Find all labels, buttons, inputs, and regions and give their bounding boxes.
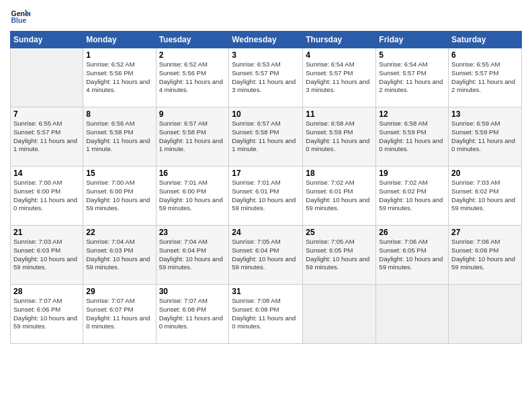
day-info: Sunrise: 6:55 AMSunset: 5:57 PMDaylight:… (13, 120, 80, 154)
calendar-cell: 24Sunrise: 7:05 AMSunset: 6:04 PMDayligh… (229, 226, 303, 285)
logo: General Blue (10, 7, 33, 27)
calendar-cell: 19Sunrise: 7:02 AMSunset: 6:02 PMDayligh… (376, 167, 449, 226)
calendar-cell: 9Sunrise: 6:57 AMSunset: 5:58 PMDaylight… (156, 107, 229, 167)
day-number: 2 (159, 50, 226, 60)
day-number: 18 (306, 169, 373, 178)
day-info: Sunrise: 7:04 AMSunset: 6:04 PMDaylight:… (159, 238, 226, 272)
calendar-cell: 15Sunrise: 7:00 AMSunset: 6:00 PMDayligh… (83, 167, 156, 226)
calendar-cell: 20Sunrise: 7:03 AMSunset: 6:02 PMDayligh… (449, 167, 522, 226)
calendar-table: SundayMondayTuesdayWednesdayThursdayFrid… (10, 31, 522, 344)
day-number: 16 (159, 169, 226, 178)
day-header-sunday: Sunday (11, 32, 83, 48)
day-info: Sunrise: 6:57 AMSunset: 5:58 PMDaylight:… (232, 120, 300, 154)
calendar-cell: 13Sunrise: 6:59 AMSunset: 5:59 PMDayligh… (449, 107, 522, 167)
calendar-cell (376, 285, 449, 344)
day-number: 24 (232, 228, 300, 237)
day-info: Sunrise: 7:00 AMSunset: 6:00 PMDaylight:… (13, 179, 80, 213)
calendar-cell: 30Sunrise: 7:07 AMSunset: 6:08 PMDayligh… (156, 285, 229, 344)
day-info: Sunrise: 7:07 AMSunset: 6:06 PMDaylight:… (13, 297, 80, 331)
day-number: 8 (86, 109, 152, 119)
calendar-cell: 11Sunrise: 6:58 AMSunset: 5:59 PMDayligh… (303, 107, 376, 167)
calendar-cell: 21Sunrise: 7:03 AMSunset: 6:03 PMDayligh… (11, 226, 83, 285)
day-number: 30 (159, 287, 226, 296)
days-header-row: SundayMondayTuesdayWednesdayThursdayFrid… (11, 32, 522, 48)
day-number: 14 (13, 169, 80, 178)
day-number: 15 (86, 169, 152, 178)
calendar-cell (11, 48, 83, 107)
calendar-cell: 4Sunrise: 6:54 AMSunset: 5:57 PMDaylight… (303, 48, 376, 107)
day-number: 1 (86, 50, 152, 60)
day-info: Sunrise: 7:03 AMSunset: 6:02 PMDaylight:… (451, 179, 519, 213)
day-header-wednesday: Wednesday (229, 32, 303, 48)
day-info: Sunrise: 7:08 AMSunset: 6:08 PMDaylight:… (232, 297, 300, 331)
svg-text:Blue: Blue (11, 16, 27, 24)
week-row-1: 1Sunrise: 6:52 AMSunset: 5:56 PMDaylight… (11, 48, 522, 107)
calendar-cell: 1Sunrise: 6:52 AMSunset: 5:56 PMDaylight… (83, 48, 156, 107)
calendar-cell: 2Sunrise: 6:52 AMSunset: 5:56 PMDaylight… (156, 48, 229, 107)
day-number: 17 (232, 169, 300, 178)
day-info: Sunrise: 7:02 AMSunset: 6:01 PMDaylight:… (306, 179, 373, 213)
day-info: Sunrise: 7:06 AMSunset: 6:05 PMDaylight:… (379, 238, 445, 272)
day-number: 3 (232, 50, 300, 60)
day-info: Sunrise: 6:59 AMSunset: 5:59 PMDaylight:… (451, 120, 519, 154)
day-info: Sunrise: 7:07 AMSunset: 6:07 PMDaylight:… (86, 297, 152, 331)
day-number: 9 (159, 109, 226, 119)
day-number: 23 (159, 228, 226, 237)
day-number: 19 (379, 169, 445, 178)
calendar-cell: 25Sunrise: 7:05 AMSunset: 6:05 PMDayligh… (303, 226, 376, 285)
day-number: 6 (451, 50, 519, 60)
day-header-tuesday: Tuesday (156, 32, 229, 48)
day-header-monday: Monday (83, 32, 156, 48)
calendar-cell (449, 285, 522, 344)
calendar-cell: 29Sunrise: 7:07 AMSunset: 6:07 PMDayligh… (83, 285, 156, 344)
day-number: 5 (379, 50, 445, 60)
day-number: 12 (379, 109, 445, 119)
week-row-5: 28Sunrise: 7:07 AMSunset: 6:06 PMDayligh… (11, 285, 522, 344)
calendar-cell: 12Sunrise: 6:58 AMSunset: 5:59 PMDayligh… (376, 107, 449, 167)
calendar-cell: 6Sunrise: 6:55 AMSunset: 5:57 PMDaylight… (449, 48, 522, 107)
week-row-4: 21Sunrise: 7:03 AMSunset: 6:03 PMDayligh… (11, 226, 522, 285)
day-info: Sunrise: 6:56 AMSunset: 5:58 PMDaylight:… (86, 120, 152, 154)
calendar-cell: 16Sunrise: 7:01 AMSunset: 6:00 PMDayligh… (156, 167, 229, 226)
day-info: Sunrise: 6:54 AMSunset: 5:57 PMDaylight:… (379, 60, 445, 95)
calendar-cell: 28Sunrise: 7:07 AMSunset: 6:06 PMDayligh… (11, 285, 83, 344)
day-info: Sunrise: 6:53 AMSunset: 5:57 PMDaylight:… (232, 60, 300, 95)
day-info: Sunrise: 7:07 AMSunset: 6:08 PMDaylight:… (159, 297, 226, 331)
day-number: 31 (232, 287, 300, 296)
day-number: 11 (306, 109, 373, 119)
day-info: Sunrise: 6:54 AMSunset: 5:57 PMDaylight:… (306, 60, 373, 95)
day-number: 20 (451, 169, 519, 178)
day-info: Sunrise: 6:55 AMSunset: 5:57 PMDaylight:… (451, 60, 519, 95)
calendar-cell (303, 285, 376, 344)
header: General Blue (10, 7, 522, 27)
calendar-cell: 7Sunrise: 6:55 AMSunset: 5:57 PMDaylight… (11, 107, 83, 167)
day-info: Sunrise: 6:58 AMSunset: 5:59 PMDaylight:… (306, 120, 373, 154)
calendar-cell: 23Sunrise: 7:04 AMSunset: 6:04 PMDayligh… (156, 226, 229, 285)
calendar-cell: 18Sunrise: 7:02 AMSunset: 6:01 PMDayligh… (303, 167, 376, 226)
day-info: Sunrise: 7:06 AMSunset: 6:06 PMDaylight:… (451, 238, 519, 272)
day-info: Sunrise: 7:05 AMSunset: 6:04 PMDaylight:… (232, 238, 300, 272)
day-header-friday: Friday (376, 32, 449, 48)
day-number: 4 (306, 50, 373, 60)
day-number: 22 (86, 228, 152, 237)
calendar-cell: 22Sunrise: 7:04 AMSunset: 6:03 PMDayligh… (83, 226, 156, 285)
day-info: Sunrise: 7:03 AMSunset: 6:03 PMDaylight:… (13, 238, 80, 272)
day-number: 29 (86, 287, 152, 296)
day-number: 26 (379, 228, 445, 237)
calendar-cell: 17Sunrise: 7:01 AMSunset: 6:01 PMDayligh… (229, 167, 303, 226)
day-number: 25 (306, 228, 373, 237)
calendar-cell: 3Sunrise: 6:53 AMSunset: 5:57 PMDaylight… (229, 48, 303, 107)
day-info: Sunrise: 7:01 AMSunset: 6:01 PMDaylight:… (232, 179, 300, 213)
day-number: 10 (232, 109, 300, 119)
calendar-cell: 31Sunrise: 7:08 AMSunset: 6:08 PMDayligh… (229, 285, 303, 344)
day-info: Sunrise: 7:05 AMSunset: 6:05 PMDaylight:… (306, 238, 373, 272)
week-row-3: 14Sunrise: 7:00 AMSunset: 6:00 PMDayligh… (11, 167, 522, 226)
day-info: Sunrise: 7:01 AMSunset: 6:00 PMDaylight:… (159, 179, 226, 213)
day-info: Sunrise: 7:00 AMSunset: 6:00 PMDaylight:… (86, 179, 152, 213)
day-info: Sunrise: 6:57 AMSunset: 5:58 PMDaylight:… (159, 120, 226, 154)
day-info: Sunrise: 6:52 AMSunset: 5:56 PMDaylight:… (159, 60, 226, 95)
day-header-thursday: Thursday (303, 32, 376, 48)
calendar-cell: 27Sunrise: 7:06 AMSunset: 6:06 PMDayligh… (449, 226, 522, 285)
week-row-2: 7Sunrise: 6:55 AMSunset: 5:57 PMDaylight… (11, 107, 522, 167)
calendar-cell: 8Sunrise: 6:56 AMSunset: 5:58 PMDaylight… (83, 107, 156, 167)
